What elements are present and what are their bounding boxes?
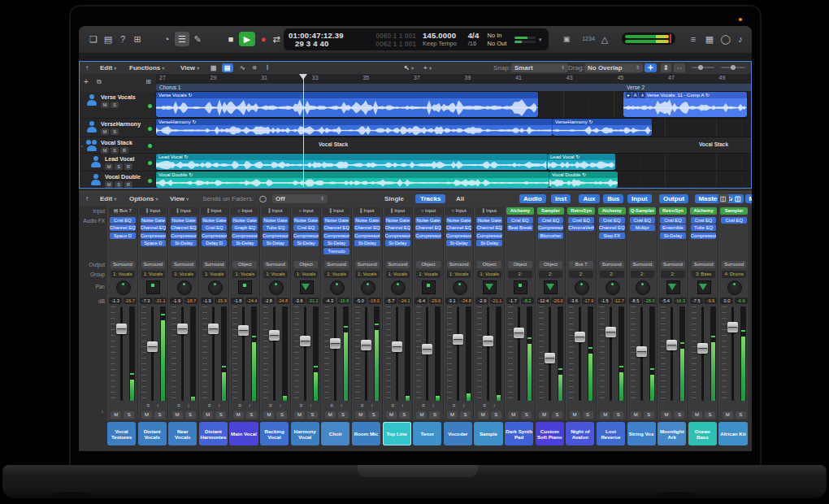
output-slot[interactable]: Object: [477, 261, 501, 268]
volume-value[interactable]: -5.7: [384, 298, 397, 304]
solo-button[interactable]: S: [111, 128, 119, 135]
volume-fader[interactable]: [177, 324, 188, 334]
input-monitor-button[interactable]: I: [338, 404, 345, 409]
strip-track-name[interactable]: Sample: [474, 422, 502, 445]
peak-level-value[interactable]: -24.8: [459, 298, 472, 304]
audio-fx-slot[interactable]: Noise Gate: [446, 217, 472, 224]
channel-strip-near-vocals[interactable]: ∥ InputNoise GateChannel EQCompressorSt-…: [168, 206, 199, 420]
audio-fx-slot[interactable]: Cnsl EQ: [202, 224, 228, 231]
audio-fx-slot[interactable]: Channel EQ: [446, 224, 472, 231]
pan-control[interactable]: [116, 280, 131, 295]
strip-track-name[interactable]: Tenor: [413, 422, 441, 445]
drag-menu[interactable]: No Overlap ⇕: [584, 63, 643, 72]
display-mode-button[interactable]: ▣: [560, 32, 573, 46]
editors-icon[interactable]: ✎: [191, 32, 204, 46]
output-slot[interactable]: Surround: [355, 261, 380, 268]
pan-control[interactable]: [330, 280, 345, 295]
automation-icon[interactable]: ∿: [240, 63, 245, 72]
input-slot[interactable]: Alchemy: [506, 207, 534, 215]
audio-fx-slot[interactable]: Compressor: [171, 232, 197, 239]
solo-button[interactable]: S: [613, 411, 623, 419]
group-slot[interactable]: 1: Vocals: [477, 271, 501, 278]
region-verseharmony[interactable]: VerseHarmony ↻: [553, 119, 652, 136]
mute-button[interactable]: M: [570, 411, 580, 419]
secondary-tool-menu[interactable]: + ▾: [423, 63, 432, 72]
mute-button[interactable]: M: [447, 411, 458, 419]
volume-value[interactable]: -6.4: [414, 298, 428, 304]
peak-level-value[interactable]: -18.7: [184, 298, 197, 304]
solo-button[interactable]: S: [705, 411, 715, 419]
audio-fx-slot[interactable]: Step FX: [599, 232, 625, 239]
audio-fx-slot[interactable]: Channel EQ: [141, 224, 167, 231]
audio-fx-slot[interactable]: Noise Gate: [415, 217, 441, 224]
channel-strip-dark-synth-pad[interactable]: AlchemyCnsl EQBeat BreakObject2: Keyboar…: [505, 206, 536, 420]
pan-control[interactable]: [208, 280, 223, 295]
region-verseharmony[interactable]: VerseHarmony ↻: [156, 119, 553, 136]
audio-fx-slot[interactable]: Cnsl EQ: [110, 217, 136, 224]
audio-fx-slot[interactable]: Noise Gate: [385, 217, 411, 224]
solo-button[interactable]: S: [521, 411, 532, 419]
channel-strip-moonlight-ark[interactable]: RetroSynCnsl EQEnsembleSt-DelaySurround2…: [658, 206, 688, 420]
volume-value[interactable]: -1.9: [170, 298, 183, 304]
output-slot[interactable]: Surround: [324, 261, 349, 268]
record-enable-button[interactable]: R: [145, 404, 152, 409]
peak-level-value[interactable]: -28.0: [643, 298, 656, 304]
group-slot[interactable]: 1: Vocals: [386, 271, 410, 278]
strip-track-name[interactable]: Choir: [321, 422, 349, 445]
audio-fx-slot[interactable]: St-Delay: [293, 240, 319, 246]
input-slot[interactable]: Alchemy: [690, 207, 718, 215]
strip-track-name[interactable]: Lost Reverse: [597, 422, 625, 445]
audio-fx-slot[interactable]: Compressor: [141, 232, 167, 239]
volume-fader[interactable]: [147, 341, 158, 352]
audio-fx-slot[interactable]: Compressor: [323, 232, 349, 239]
strip-track-name[interactable]: Room Mic: [352, 422, 380, 445]
mute-button[interactable]: M: [631, 411, 641, 419]
mute-button[interactable]: M: [101, 147, 109, 154]
input-slot[interactable]: ∥ Input: [140, 207, 167, 215]
audio-fx-slot[interactable]: Compressor: [538, 224, 564, 231]
pan-control[interactable]: [146, 280, 160, 294]
audio-fx-slot[interactable]: Compressor: [476, 232, 502, 239]
input-slot[interactable]: ○ Input: [414, 207, 442, 215]
audio-fx-slot[interactable]: Multipr: [630, 224, 656, 231]
audio-fx-slot[interactable]: Compressor: [385, 232, 411, 239]
group-slot[interactable]: 2: Keyboards: [508, 271, 532, 278]
zoom-horizontal-icon[interactable]: ⇔: [674, 63, 685, 72]
audio-fx-slot[interactable]: Noise Gate: [293, 217, 319, 224]
group-slot[interactable]: 1: Vocals: [447, 271, 471, 278]
pan-control[interactable]: [269, 280, 284, 295]
audio-fx-slot[interactable]: Compressor: [354, 232, 380, 239]
snap-menu[interactable]: Smart ⇕: [511, 63, 568, 72]
audio-fx-slot[interactable]: Noise Gate: [202, 217, 228, 224]
channel-strip-top-line[interactable]: ∥ InputNoise GateChannel EQCompressorSt-…: [383, 206, 414, 420]
volume-value[interactable]: -2.9: [475, 298, 488, 304]
strip-track-name[interactable]: Top Line: [383, 422, 411, 445]
mixer-scope-tracks[interactable]: Tracks: [415, 194, 445, 203]
track-lane[interactable]: Verse Vocals ↻▸A∧Verse Vocals: 11 - Comp…: [156, 92, 752, 119]
volume-value[interactable]: -1.8: [231, 298, 244, 304]
volume-value[interactable]: -12.4: [537, 298, 550, 304]
solo-button[interactable]: S: [185, 411, 196, 419]
solo-button[interactable]: S: [215, 411, 226, 419]
audio-fx-slot[interactable]: St-Delay: [171, 240, 197, 246]
audio-fx-slot[interactable]: Cnsl EQ: [293, 224, 319, 231]
metronome-icon[interactable]: △: [599, 32, 610, 46]
audio-fx-slot[interactable]: Cnsl EQ: [568, 217, 594, 224]
mute-button[interactable]: M: [478, 411, 488, 419]
pan-control[interactable]: [177, 280, 192, 295]
solo-button[interactable]: S: [124, 411, 134, 419]
mixer-options-menu[interactable]: Options ▾: [129, 194, 158, 203]
volume-value[interactable]: -4.3: [323, 298, 336, 304]
input-monitor-button[interactable]: I: [460, 404, 467, 409]
mixer-back-icon[interactable]: ↑: [85, 194, 89, 203]
mute-button[interactable]: M: [172, 411, 183, 419]
audio-fx-slot[interactable]: Bitcrusher: [538, 232, 564, 239]
audio-fx-slot[interactable]: Channel EQ: [171, 224, 197, 231]
strip-track-name[interactable]: Vocal Textures: [107, 422, 136, 445]
channel-strip-backing-vocal[interactable]: ∥ InputNoise GateTube EQCompressorSt-Del…: [260, 206, 291, 420]
volume-value[interactable]: -7.3: [140, 298, 153, 304]
take-fold-icon[interactable]: ∧: [639, 92, 645, 98]
volume-value[interactable]: -1.5: [598, 298, 611, 304]
audio-fx-slot[interactable]: Cnsl EQ: [630, 217, 656, 224]
input-monitor-button[interactable]: I: [154, 404, 162, 409]
